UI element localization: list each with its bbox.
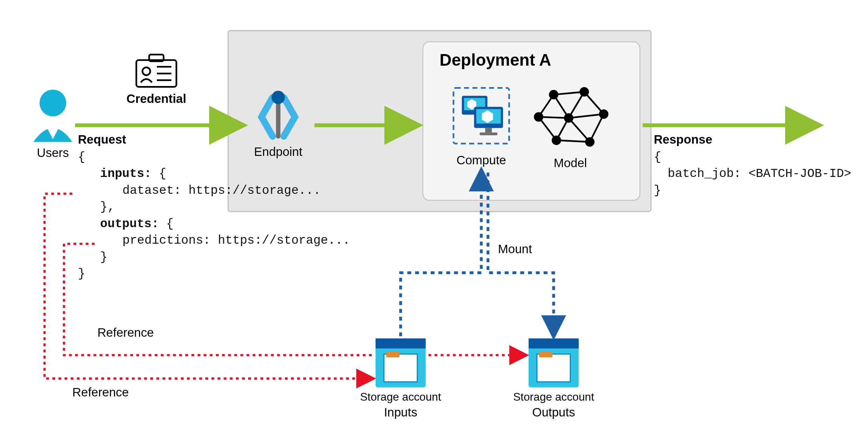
credential-icon	[136, 54, 176, 87]
response-header: Response	[654, 132, 713, 146]
req-l1: {	[78, 150, 85, 164]
res-l2: batch_job: <BATCH-JOB-ID>	[668, 167, 851, 180]
storage-outputs-icon	[529, 338, 579, 388]
storage-inputs-sub: Storage account	[360, 390, 441, 403]
svg-rect-14	[485, 128, 492, 133]
svg-rect-30	[376, 338, 426, 349]
req-l5: outputs: {	[100, 217, 173, 231]
model-label: Model	[554, 156, 587, 170]
compute-label: Compute	[457, 153, 506, 167]
endpoint-label: Endpoint	[254, 145, 303, 158]
architecture-diagram: Deployment A Users Credential Endpoint	[0, 0, 868, 434]
storage-inputs-label: Inputs	[384, 405, 417, 419]
req-l6: predictions: https://storage...	[122, 234, 350, 247]
svg-point-3	[143, 67, 150, 75]
svg-rect-31	[384, 354, 417, 382]
svg-rect-32	[386, 352, 399, 357]
res-l1: {	[654, 150, 661, 164]
response-code: { batch_job: <BATCH-JOB-ID> }	[654, 150, 852, 197]
svg-rect-34	[529, 338, 579, 349]
svg-point-8	[272, 91, 285, 104]
deployment-title: Deployment A	[439, 51, 551, 69]
svg-line-28	[539, 117, 569, 118]
svg-rect-15	[479, 132, 497, 135]
ref-outputs-label: Reference	[97, 326, 154, 339]
req-l7: }	[100, 250, 107, 264]
credential-label: Credential	[126, 92, 186, 105]
mount-label: Mount	[498, 242, 532, 256]
ref-inputs-label: Reference	[72, 385, 129, 399]
req-l8: }	[78, 267, 85, 281]
user-icon	[33, 90, 72, 142]
ref-inputs-line	[45, 194, 371, 379]
users-label: Users	[37, 146, 69, 159]
req-l3: dataset: https://storage...	[122, 184, 321, 197]
svg-rect-36	[539, 352, 552, 357]
req-l2: inputs: {	[100, 167, 166, 180]
res-l3: }	[654, 184, 661, 197]
svg-rect-35	[537, 354, 570, 382]
storage-inputs-icon	[376, 338, 426, 388]
storage-outputs-sub: Storage account	[513, 390, 594, 403]
req-l4: },	[100, 200, 115, 214]
svg-point-0	[40, 90, 66, 116]
storage-outputs-label: Outputs	[532, 405, 575, 419]
request-header: Request	[78, 132, 126, 146]
